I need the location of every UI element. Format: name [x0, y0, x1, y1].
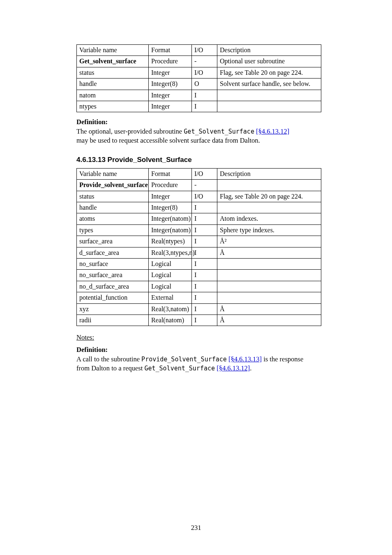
table-row: Get_solvent_surface Procedure - Optional…: [77, 56, 321, 67]
page-number: 231: [0, 524, 392, 532]
cell: Real(3,natom): [149, 303, 192, 314]
table-row: atoms Integer(natom) I Atom indexes.: [77, 213, 321, 224]
cell: Procedure: [149, 180, 192, 191]
col-header: Description: [217, 168, 321, 179]
table-row: no_surface_area Logical I: [77, 270, 321, 281]
definition-text: A call to the subroutine Provide_Solvent…: [76, 355, 345, 373]
col-header: Format: [149, 45, 192, 56]
xref-link[interactable]: [§4.6.13.12]: [256, 127, 289, 135]
cell: Integer(8): [149, 202, 192, 213]
definition-text: The optional, user-provided subroutine G…: [76, 127, 345, 145]
cell: I: [192, 259, 217, 270]
table-row: potential_function External I: [77, 292, 321, 303]
cell: Real(3,ntypes,n): [149, 247, 192, 258]
table-row: handle Integer(8) I: [77, 202, 321, 213]
cell: no_surface_area: [77, 270, 149, 281]
cell: O: [192, 79, 217, 90]
cell: [217, 202, 321, 213]
cell: ntypes: [77, 101, 149, 112]
cell: surface_area: [77, 236, 149, 247]
table-row: surface_area Real(ntypes) I Å²: [77, 236, 321, 247]
table-get-solvent-surface: Variable name Format I/O Description Get…: [76, 44, 321, 112]
table-row: radii Real(natom) I Å: [77, 314, 321, 326]
cell: [217, 270, 321, 281]
cell: I: [192, 292, 217, 303]
section-title: 4.6.13.13 Provide_Solvent_Surface: [76, 156, 345, 164]
cell: natom: [77, 90, 149, 101]
cell: I: [192, 247, 217, 258]
table-row: status Integer I/O Flag, see Table 20 on…: [77, 67, 321, 78]
table-row: xyz Real(3,natom) I Å: [77, 303, 321, 314]
cell: I: [192, 202, 217, 213]
def-line-suffix: .: [250, 364, 251, 372]
cell: Integer: [149, 101, 192, 112]
code: Get_Solvent_Surface: [184, 128, 254, 135]
cell: I: [192, 303, 217, 314]
col-header: I/O: [192, 168, 217, 179]
cell: I/O: [192, 191, 217, 202]
cell: [217, 90, 321, 101]
table-row: Provide_solvent_surface Procedure -: [77, 180, 321, 191]
col-header: Description: [217, 45, 321, 56]
table-row: status Integer I/O Flag, see Table 20 on…: [77, 191, 321, 202]
cell: Get_solvent_surface: [79, 58, 136, 65]
definition-label: Definition:: [76, 118, 345, 126]
col-header: I/O: [192, 45, 217, 56]
cell: Logical: [149, 259, 192, 270]
table-row: no_surface Logical I: [77, 259, 321, 270]
col-header: Format: [149, 168, 192, 179]
cell: handle: [77, 79, 149, 90]
cell: Optional user subroutine: [217, 56, 321, 67]
cell: I: [192, 90, 217, 101]
table-header-row: Variable name Format I/O Description: [77, 168, 321, 179]
cell: Flag, see Table 20 on page 224.: [217, 67, 321, 78]
cell: xyz: [77, 303, 149, 314]
xref-link[interactable]: [§4.6.13.13]: [228, 355, 262, 363]
cell: Integer: [149, 67, 192, 78]
cell: Solvent surface handle, see below.: [217, 79, 321, 90]
cell: Logical: [149, 270, 192, 281]
cell: I: [192, 236, 217, 247]
cell: [217, 180, 321, 191]
cell: radii: [77, 314, 149, 326]
cell: Å: [217, 303, 321, 314]
cell: potential_function: [77, 292, 149, 303]
cell: d_surface_area: [77, 247, 149, 258]
def-line-prefix: The optional, user-provided subroutine: [76, 127, 184, 135]
cell: Integer: [149, 90, 192, 101]
cell: atoms: [77, 213, 149, 224]
table-row: ntypes Integer I: [77, 101, 321, 112]
cell: Å²: [217, 236, 321, 247]
definition-block-1: Definition: The optional, user-provided …: [76, 118, 345, 145]
table-row: d_surface_area Real(3,ntypes,n) I Å: [77, 247, 321, 258]
table-row: handle Integer(8) O Solvent surface hand…: [77, 79, 321, 90]
def-line-prefix: A call to the subroutine: [76, 355, 141, 363]
cell: External: [149, 292, 192, 303]
code: Provide_Solvent_Surface: [141, 356, 227, 363]
cell: types: [77, 224, 149, 236]
cell: [217, 101, 321, 112]
cell: Integer(natom): [149, 224, 192, 236]
cell: [217, 259, 321, 270]
table-provide-solvent-surface: Variable name Format I/O Description Pro…: [76, 168, 321, 326]
cell: I: [192, 314, 217, 326]
notes-label: Notes:: [76, 333, 345, 342]
cell: no_d_surface_area: [77, 281, 149, 292]
def-line-prefix: from Dalton to a request: [76, 364, 144, 372]
cell: Logical: [149, 281, 192, 292]
xref-link[interactable]: [§4.6.13.12]: [217, 364, 250, 372]
cell: Real(natom): [149, 314, 192, 326]
cell: status: [77, 191, 149, 202]
cell: -: [192, 180, 217, 191]
cell: Å: [217, 314, 321, 326]
cell: I: [192, 270, 217, 281]
definition-block-2: Definition: A call to the subroutine Pro…: [76, 346, 345, 373]
cell: handle: [77, 202, 149, 213]
cell: Procedure: [149, 56, 192, 67]
cell: Integer(natom): [149, 213, 192, 224]
code: Get_Solvent_Surface: [144, 365, 215, 372]
cell: Sphere type indexes.: [217, 224, 321, 236]
cell: I: [192, 281, 217, 292]
cell: [217, 292, 321, 303]
cell: Integer(8): [149, 79, 192, 90]
